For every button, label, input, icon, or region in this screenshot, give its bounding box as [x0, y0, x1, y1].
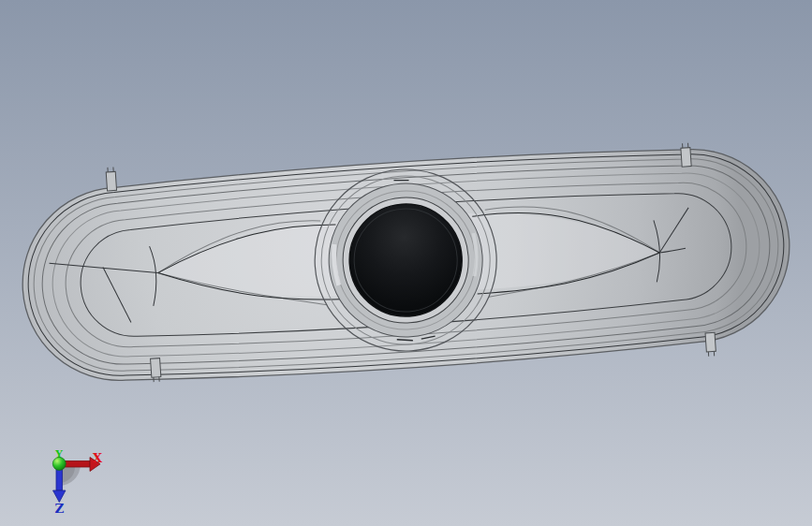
z-axis-label: Z — [55, 501, 65, 516]
clip-tab[interactable] — [681, 148, 691, 168]
clip-tab[interactable] — [705, 332, 716, 352]
clip-tab[interactable] — [151, 358, 161, 378]
cad-viewport[interactable]: Y X Z — [0, 0, 812, 526]
clip-tab[interactable] — [106, 171, 116, 191]
x-axis-label: X — [93, 451, 103, 465]
triad-origin-ball — [52, 458, 66, 471]
viewport-canvas[interactable]: Y X Z — [0, 0, 812, 526]
